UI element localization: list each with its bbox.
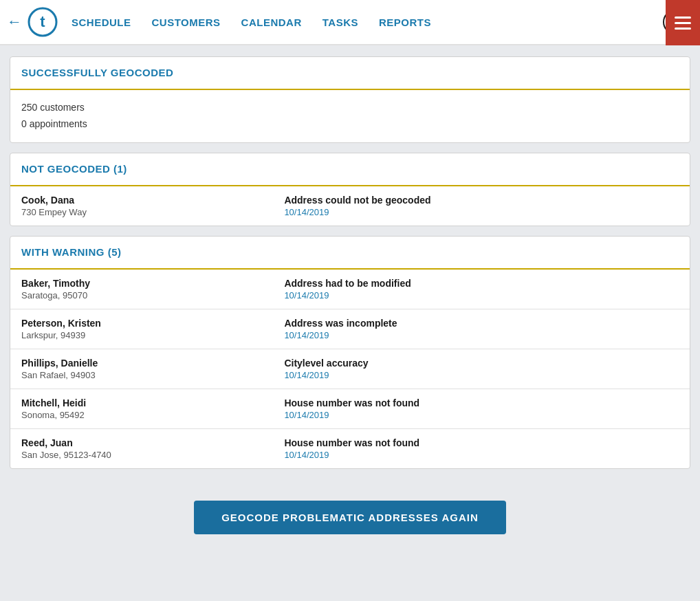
row-date: 10/14/2019 — [284, 410, 679, 420]
back-button[interactable]: ← — [7, 13, 22, 31]
not-geocoded-list: Cook, Dana 730 Empey Way Address could n… — [10, 186, 690, 226]
row-date: 10/14/2019 — [284, 207, 679, 217]
row-date: 10/14/2019 — [284, 290, 679, 300]
success-line1: 250 customers — [21, 100, 679, 116]
row-date: 10/14/2019 — [284, 370, 679, 380]
row-address: Larkspur, 94939 — [21, 330, 284, 340]
nav-reports[interactable]: REPORTS — [379, 17, 431, 28]
row-left: Reed, Juan San Jose, 95123-4740 — [21, 437, 284, 460]
row-left: Phillips, Danielle San Rafael, 94903 — [21, 358, 284, 380]
successfully-geocoded-body: 250 customers 0 appointments — [10, 90, 690, 142]
row-right: House number was not found 10/14/2019 — [284, 397, 679, 420]
row-status: Address could not be geocoded — [284, 195, 679, 206]
row-status: Citylevel accuracy — [284, 358, 679, 369]
row-left: Peterson, Kristen Larkspur, 94939 — [21, 318, 284, 340]
row-right: Address could not be geocoded 10/14/2019 — [284, 195, 679, 217]
nav-customers[interactable]: CUSTOMERS — [152, 17, 221, 28]
row-left: Baker, Timothy Saratoga, 95070 — [21, 278, 284, 300]
nav-tasks[interactable]: TASKS — [322, 17, 358, 28]
row-right: House number was not found 10/14/2019 — [284, 437, 679, 460]
list-item: Reed, Juan San Jose, 95123-4740 House nu… — [10, 428, 690, 468]
list-item: Peterson, Kristen Larkspur, 94939 Addres… — [10, 309, 690, 349]
row-status: Address had to be modified — [284, 278, 679, 289]
with-warning-title: WITH WARNING (5) — [21, 246, 121, 258]
row-date: 10/14/2019 — [284, 330, 679, 340]
with-warning-header: WITH WARNING (5) — [10, 237, 690, 270]
menu-bar-1 — [675, 17, 691, 19]
list-item: Cook, Dana 730 Empey Way Address could n… — [10, 186, 690, 226]
main-content: SUCCESSFULLY GEOCODED 250 customers 0 ap… — [0, 45, 700, 490]
successfully-geocoded-section: SUCCESSFULLY GEOCODED 250 customers 0 ap… — [10, 56, 690, 143]
logo-icon: t — [28, 7, 58, 37]
header: ← t SCHEDULE CUSTOMERS CALENDAR TASKS RE… — [0, 0, 700, 45]
row-right: Address had to be modified 10/14/2019 — [284, 278, 679, 300]
geocode-again-button[interactable]: GEOCODE PROBLEMATIC ADDRESSES AGAIN — [194, 501, 506, 534]
row-address: Sonoma, 95492 — [21, 410, 284, 420]
row-name: Phillips, Danielle — [21, 358, 284, 369]
row-right: Address was incomplete 10/14/2019 — [284, 318, 679, 340]
nav-calendar[interactable]: CALENDAR — [241, 17, 302, 28]
row-status: House number was not found — [284, 397, 679, 408]
list-item: Mitchell, Heidi Sonoma, 95492 House numb… — [10, 389, 690, 428]
row-left: Mitchell, Heidi Sonoma, 95492 — [21, 397, 284, 420]
not-geocoded-section: NOT GEOCODED (1) Cook, Dana 730 Empey Wa… — [10, 153, 690, 226]
nav-schedule[interactable]: SCHEDULE — [72, 17, 131, 28]
row-date: 10/14/2019 — [284, 450, 679, 460]
row-address: 730 Empey Way — [21, 207, 284, 217]
row-address: San Rafael, 94903 — [21, 370, 284, 380]
row-name: Cook, Dana — [21, 195, 284, 206]
row-right: Citylevel accuracy 10/14/2019 — [284, 358, 679, 380]
bottom-button-wrap: GEOCODE PROBLEMATIC ADDRESSES AGAIN — [0, 490, 700, 548]
row-address: Saratoga, 95070 — [21, 290, 284, 300]
row-status: House number was not found — [284, 437, 679, 448]
list-item: Baker, Timothy Saratoga, 95070 Address h… — [10, 270, 690, 309]
row-name: Mitchell, Heidi — [21, 397, 284, 408]
row-name: Reed, Juan — [21, 437, 284, 448]
menu-button[interactable] — [666, 0, 700, 45]
row-address: San Jose, 95123-4740 — [21, 450, 284, 460]
with-warning-list: Baker, Timothy Saratoga, 95070 Address h… — [10, 270, 690, 468]
list-item: Phillips, Danielle San Rafael, 94903 Cit… — [10, 349, 690, 389]
nav-links: SCHEDULE CUSTOMERS CALENDAR TASKS REPORT… — [72, 17, 663, 28]
menu-bar-2 — [675, 22, 691, 24]
row-status: Address was incomplete — [284, 318, 679, 329]
not-geocoded-header: NOT GEOCODED (1) — [10, 153, 690, 186]
successfully-geocoded-title: SUCCESSFULLY GEOCODED — [21, 67, 173, 78]
row-name: Baker, Timothy — [21, 278, 284, 289]
row-left: Cook, Dana 730 Empey Way — [21, 195, 284, 217]
svg-text:t: t — [40, 13, 45, 30]
with-warning-section: WITH WARNING (5) Baker, Timothy Saratoga… — [10, 236, 690, 469]
menu-bar-3 — [675, 28, 691, 30]
not-geocoded-title: NOT GEOCODED (1) — [21, 163, 127, 175]
successfully-geocoded-header: SUCCESSFULLY GEOCODED — [10, 57, 690, 90]
row-name: Peterson, Kristen — [21, 318, 284, 329]
success-line2: 0 appointments — [21, 116, 679, 133]
